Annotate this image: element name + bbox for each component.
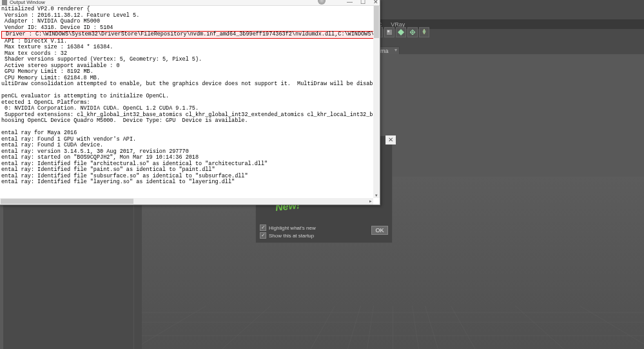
- ok-button[interactable]: OK: [371, 226, 388, 235]
- output-text: nitialized VP2.0 renderer { Version : 20…: [1, 6, 378, 186]
- scroll-right-arrow-icon[interactable]: ▸: [368, 198, 373, 204]
- startup-checkbox-row[interactable]: ✓ Show this at startup: [260, 232, 388, 239]
- svg-rect-3: [387, 30, 389, 32]
- window-icon: [2, 0, 7, 5]
- dialog-close-button[interactable]: ✕: [385, 135, 396, 145]
- spinner-icon: [318, 0, 326, 5]
- window-controls: — ☐ ✕: [347, 0, 378, 5]
- output-window: Output Window — ☐ ✕ nitialized VP2.0 ren…: [0, 0, 380, 205]
- highlight-checkbox[interactable]: ✓: [260, 224, 266, 231]
- shelf-button-5[interactable]: [407, 27, 418, 37]
- shelf-button-6[interactable]: [419, 27, 429, 37]
- maximize-button[interactable]: ☐: [360, 0, 366, 5]
- output-window-titlebar[interactable]: Output Window — ☐ ✕: [0, 0, 380, 6]
- grid-lines-icon: [142, 306, 644, 349]
- horizontal-scrollbar[interactable]: ◂ ▸: [0, 198, 373, 204]
- startup-checkbox-label: Show this at startup: [269, 233, 314, 239]
- vertical-scrollbar[interactable]: ▴ ▾: [373, 6, 380, 198]
- dialog-footer: ✓ Highlight what's new ✓ Show this at st…: [260, 224, 388, 240]
- v-scroll-thumb[interactable]: [374, 6, 379, 38]
- left-panel: [3, 199, 134, 349]
- shelf-button-4[interactable]: [396, 27, 406, 37]
- startup-checkbox[interactable]: ✓: [260, 232, 266, 239]
- close-button[interactable]: ✕: [373, 0, 378, 5]
- highlight-checkbox-row[interactable]: ✓ Highlight what's new: [260, 224, 388, 231]
- minimize-button[interactable]: —: [347, 0, 353, 5]
- app-root: nURTIC VRay d gamma: [0, 0, 644, 349]
- shelf-button-3[interactable]: [384, 27, 395, 37]
- output-window-title: Output Window: [10, 0, 45, 5]
- output-content[interactable]: nitialized VP2.0 renderer { Version : 20…: [0, 6, 380, 198]
- scroll-down-arrow-icon[interactable]: ▾: [373, 193, 380, 198]
- highlight-checkbox-label: Highlight what's new: [269, 225, 316, 231]
- h-scroll-thumb[interactable]: [1, 199, 133, 204]
